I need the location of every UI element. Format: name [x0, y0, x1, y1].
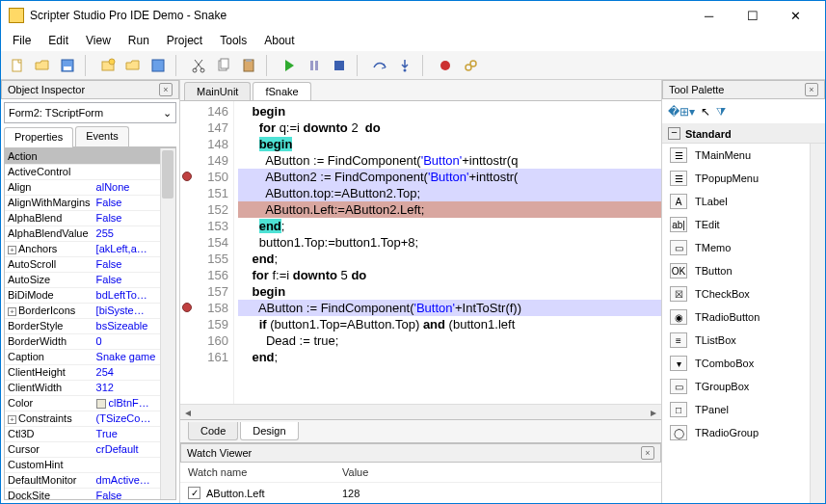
menu-view[interactable]: View: [78, 32, 119, 49]
tab-properties[interactable]: Properties: [4, 127, 73, 147]
property-row[interactable]: AutoSizeFalse: [5, 272, 175, 287]
close-button[interactable]: ✕: [774, 2, 817, 30]
step-into-icon[interactable]: [394, 55, 415, 76]
horizontal-scrollbar[interactable]: ◂ ▸: [180, 404, 661, 419]
palette-item[interactable]: ◉TRadioButton: [662, 305, 825, 329]
property-row[interactable]: AlignalNone: [5, 179, 175, 195]
menu-file[interactable]: File: [5, 32, 39, 49]
property-row[interactable]: Ctl3DTrue: [5, 426, 175, 441]
property-row[interactable]: ClientWidth312: [5, 380, 175, 395]
property-row[interactable]: +Constraints(TSizeCo…: [5, 411, 175, 426]
save-project-icon[interactable]: [147, 55, 169, 76]
palette-category[interactable]: Standard: [662, 124, 825, 144]
tool-palette-title: Tool Palette: [669, 84, 724, 95]
breakpoint-icon[interactable]: [435, 55, 456, 76]
scroll-right-icon[interactable]: ▸: [646, 405, 661, 420]
property-row[interactable]: CaptionSnake game: [5, 349, 175, 364]
breakpoint-icon[interactable]: [182, 172, 192, 181]
property-row[interactable]: DefaultMonitordmActive…: [5, 472, 175, 488]
scroll-left-icon[interactable]: ◂: [180, 405, 196, 420]
menu-tools[interactable]: Tools: [212, 32, 254, 49]
code-editor[interactable]: 1461471481491501511521531541551561571581…: [180, 101, 661, 404]
menu-edit[interactable]: Edit: [40, 32, 76, 49]
code-area[interactable]: begin for q:=i downto 2 do begin AButton…: [234, 101, 661, 404]
component-icon: ☰: [670, 171, 687, 186]
open-project-icon[interactable]: [122, 55, 144, 76]
close-icon[interactable]: ×: [805, 83, 818, 96]
watch-title: Watch Viewer: [187, 447, 252, 459]
object-inspector-title: Object Inspector: [8, 84, 85, 95]
close-icon[interactable]: ×: [641, 446, 654, 460]
checkbox[interactable]: ✓: [188, 487, 200, 499]
component-selector[interactable]: Form2: TScriptForm ⌄: [4, 102, 176, 123]
paste-icon[interactable]: [238, 55, 259, 76]
category-icon[interactable]: �⊞▾: [668, 105, 695, 119]
property-row[interactable]: AlphaBlendValue255: [5, 225, 175, 241]
menu-about[interactable]: About: [256, 32, 302, 49]
watch-row[interactable]: ✓AButton.Left128: [180, 483, 661, 503]
editor-tab[interactable]: MainUnit: [184, 82, 251, 100]
property-grid[interactable]: ActionActiveControlAlignalNoneAlignWithM…: [4, 147, 176, 500]
filter-icon[interactable]: ⧩: [716, 105, 726, 119]
component-icon: ▾: [670, 356, 687, 371]
tab-code[interactable]: Code: [188, 422, 238, 440]
pointer-icon[interactable]: ↖: [701, 105, 710, 119]
copy-icon[interactable]: [213, 55, 234, 76]
scrollbar[interactable]: [810, 144, 825, 503]
palette-item[interactable]: ab|TEdit: [662, 213, 825, 236]
tab-design[interactable]: Design: [240, 422, 298, 440]
app-icon: [9, 8, 24, 23]
breakpoint-icon[interactable]: [182, 303, 192, 312]
property-row[interactable]: CustomHint: [5, 457, 175, 472]
scrollbar[interactable]: [160, 148, 175, 499]
property-row[interactable]: AlignWithMarginsFalse: [5, 195, 175, 210]
svg-point-15: [404, 68, 407, 71]
run-icon[interactable]: [279, 55, 300, 76]
menu-project[interactable]: Project: [159, 32, 210, 49]
palette-item[interactable]: ▭TMemo: [662, 236, 825, 259]
watch-icon[interactable]: [460, 55, 481, 76]
palette-item[interactable]: ▭TGroupBox: [662, 375, 825, 398]
property-row[interactable]: DockSiteFalse: [5, 488, 175, 500]
new-project-icon[interactable]: [97, 55, 119, 76]
palette-item[interactable]: ☰TMainMenu: [662, 144, 825, 167]
property-row[interactable]: AutoScrollFalse: [5, 256, 175, 272]
property-row[interactable]: CursorcrDefault: [5, 441, 175, 457]
palette-item[interactable]: □TPanel: [662, 398, 825, 421]
palette-item[interactable]: ☰TPopupMenu: [662, 167, 825, 190]
minimize-button[interactable]: ─: [687, 2, 731, 30]
property-row[interactable]: BorderWidth0: [5, 333, 175, 349]
tab-events[interactable]: Events: [75, 126, 129, 146]
palette-item[interactable]: ◯TRadioGroup: [662, 421, 825, 444]
property-row[interactable]: Action: [5, 148, 175, 164]
palette-item[interactable]: ▾TComboBox: [662, 352, 825, 375]
maximize-button[interactable]: ☐: [731, 2, 774, 30]
chevron-down-icon: ⌄: [163, 107, 172, 119]
property-row[interactable]: +Anchors[akLeft,a…: [5, 241, 175, 256]
component-icon: ▭: [670, 240, 687, 255]
watch-col-value: Value: [342, 466, 368, 478]
palette-item[interactable]: OKTButton: [662, 259, 825, 282]
property-row[interactable]: ActiveControl: [5, 164, 175, 179]
property-row[interactable]: AlphaBlendFalse: [5, 210, 175, 225]
property-row[interactable]: BorderStylebsSizeable: [5, 318, 175, 333]
cut-icon[interactable]: [188, 55, 209, 76]
close-icon[interactable]: ×: [159, 83, 173, 96]
editor-tab[interactable]: fSnake: [253, 82, 310, 100]
pause-icon[interactable]: [304, 55, 325, 76]
svg-rect-14: [334, 61, 344, 70]
palette-item[interactable]: ATLabel: [662, 190, 825, 213]
watch-viewer-panel: Watch Viewer × Watch name Value ✓AButton…: [180, 442, 661, 503]
stop-icon[interactable]: [329, 55, 350, 76]
property-row[interactable]: BiDiModebdLeftTo…: [5, 287, 175, 303]
property-row[interactable]: ClientHeight254: [5, 364, 175, 380]
palette-item[interactable]: ☒TCheckBox: [662, 282, 825, 305]
property-row[interactable]: +BorderIcons[biSyste…: [5, 303, 175, 318]
save-icon[interactable]: [57, 55, 78, 76]
property-row[interactable]: ColorclBtnF…: [5, 395, 175, 411]
palette-item[interactable]: ≡TListBox: [662, 329, 825, 352]
new-icon[interactable]: [7, 55, 28, 76]
open-icon[interactable]: [32, 55, 53, 76]
menu-run[interactable]: Run: [120, 32, 157, 49]
step-over-icon[interactable]: [369, 55, 390, 76]
